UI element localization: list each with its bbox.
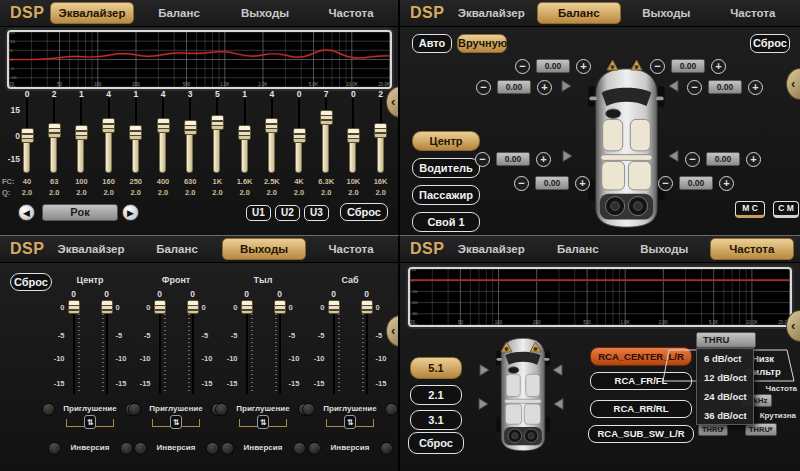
link-channels-button[interactable]: ⇅ (344, 415, 356, 429)
balance-plus-button[interactable]: + (711, 59, 726, 74)
balance-plus-button[interactable]: + (537, 80, 552, 95)
mute-toggle[interactable] (42, 403, 55, 416)
balance-minus-button[interactable]: − (515, 59, 530, 74)
preset-prev-button[interactable]: ◀ (18, 204, 35, 221)
slope-dropdown-option[interactable]: 6 dB/oct (697, 349, 753, 368)
balance-minus-button[interactable]: − (650, 59, 665, 74)
eq-slider-handle[interactable] (184, 120, 197, 135)
tab-frequency[interactable]: Частота (710, 238, 795, 260)
eq-slider-handle[interactable] (347, 128, 360, 143)
slope-dropdown-selected[interactable]: THRU (696, 332, 756, 348)
rca-button-4[interactable]: RCA_SUB_SW_L/R (588, 425, 694, 443)
tab-equalizer[interactable]: Эквалайзер (450, 2, 533, 24)
invert-toggle[interactable] (206, 442, 219, 455)
tab-frequency[interactable]: Частота (310, 2, 392, 24)
memory-button-u3[interactable]: U3 (304, 205, 329, 221)
output-slider-handle[interactable] (68, 300, 80, 314)
eq-slider-handle[interactable] (320, 110, 333, 125)
tab-balance[interactable]: Баланс (138, 2, 220, 24)
balance-minus-button[interactable]: − (475, 152, 490, 167)
tab-outputs[interactable]: Выходы (625, 2, 708, 24)
balance-preset-3[interactable]: Пассажир (412, 185, 480, 205)
tab-outputs[interactable]: Выходы (222, 238, 306, 260)
slope-dropdown-option[interactable]: 36 dB/oct (697, 406, 753, 425)
balance-plus-button[interactable]: + (576, 59, 591, 74)
balance-minus-button[interactable]: − (685, 152, 700, 167)
tab-balance[interactable]: Баланс (136, 238, 218, 260)
edge-handle[interactable]: ‹ (786, 68, 800, 100)
tab-outputs[interactable]: Выходы (224, 2, 306, 24)
mode-button-5-1[interactable]: 5.1 (410, 357, 462, 379)
output-slider-handle[interactable] (101, 300, 113, 314)
output-slider-handle[interactable] (328, 300, 340, 314)
invert-toggle[interactable] (380, 442, 393, 455)
eq-slider-handle[interactable] (374, 123, 387, 138)
tab-balance[interactable]: Баланс (537, 2, 622, 24)
balance-auto-button[interactable]: Авто (412, 34, 452, 53)
tab-balance[interactable]: Баланс (537, 238, 620, 260)
mode-button-3-1[interactable]: 3.1 (410, 410, 462, 430)
balance-minus-button[interactable]: − (514, 176, 529, 191)
balance-plus-button[interactable]: + (536, 152, 551, 167)
balance-plus-button[interactable]: + (719, 176, 734, 191)
eq-slider-handle[interactable] (265, 118, 278, 133)
balance-minus-button[interactable]: − (687, 80, 702, 95)
mute-toggle[interactable] (385, 403, 398, 416)
tab-frequency[interactable]: Частота (310, 238, 392, 260)
mute-toggle[interactable] (302, 403, 315, 416)
balance-preset-1[interactable]: Центр (412, 131, 480, 151)
eq-slider-handle[interactable] (238, 125, 251, 140)
invert-toggle[interactable] (120, 442, 133, 455)
eq-slider-handle[interactable] (48, 123, 61, 138)
eq-slider-handle[interactable] (157, 118, 170, 133)
balance-minus-button[interactable]: − (658, 176, 673, 191)
mute-toggle[interactable] (128, 403, 141, 416)
cm-button[interactable]: C M (773, 201, 799, 218)
balance-preset-4[interactable]: Свой 1 (412, 212, 480, 232)
eq-slider-handle[interactable] (102, 118, 115, 133)
eq-slider-handle[interactable] (293, 128, 306, 143)
mc-button[interactable]: M C (735, 201, 765, 218)
output-slider-handle[interactable] (241, 300, 253, 314)
output-scale-label: -15 (132, 379, 151, 388)
balance-reset-button[interactable]: Сброс (750, 34, 790, 53)
output-slider-handle[interactable] (274, 300, 286, 314)
balance-plus-button[interactable]: + (575, 176, 590, 191)
mute-toggle[interactable] (215, 403, 228, 416)
chevron-down-icon: ▼ (768, 424, 774, 435)
balance-manual-button[interactable]: Вручную (457, 34, 507, 53)
invert-toggle[interactable] (293, 442, 306, 455)
crossover-reset-button[interactable]: Сброс (408, 432, 464, 454)
preset-next-button[interactable]: ▶ (122, 204, 139, 221)
link-channels-button[interactable]: ⇅ (257, 415, 269, 429)
rca-button-3[interactable]: RCA_RR/RL (590, 400, 692, 418)
output-slider-handle[interactable] (154, 300, 166, 314)
slope-dropdown-option[interactable]: 24 dB/oct (697, 387, 753, 406)
tab-frequency[interactable]: Частота (712, 2, 795, 24)
output-slider-handle[interactable] (361, 300, 373, 314)
balance-plus-button[interactable]: + (748, 80, 763, 95)
outputs-reset-button[interactable]: Сброс (10, 273, 52, 291)
balance-preset-2[interactable]: Водитель (412, 158, 480, 178)
link-channels-button[interactable]: ⇅ (170, 415, 182, 429)
slope-dropdown-option[interactable]: 12 dB/oct (697, 368, 753, 387)
link-channels-button[interactable]: ⇅ (84, 415, 96, 429)
memory-button-u2[interactable]: U2 (275, 205, 300, 221)
speaker-icon (478, 363, 490, 381)
mode-button-2-1[interactable]: 2.1 (410, 385, 462, 405)
memory-button-u1[interactable]: U1 (246, 205, 271, 221)
eq-slider-handle[interactable] (75, 125, 88, 140)
eq-reset-button[interactable]: Сброс (340, 203, 388, 221)
eq-slider-handle[interactable] (21, 128, 34, 143)
eq-slider-handle[interactable] (211, 115, 224, 130)
output-slider-handle[interactable] (187, 300, 199, 314)
tab-equalizer[interactable]: Эквалайзер (50, 238, 132, 260)
tab-outputs[interactable]: Выходы (623, 238, 706, 260)
tab-equalizer[interactable]: Эквалайзер (450, 238, 533, 260)
eq-slider-handle[interactable] (129, 125, 142, 140)
tab-equalizer[interactable]: Эквалайзер (50, 2, 134, 24)
edge-handle[interactable]: ‹ (386, 315, 400, 347)
preset-display[interactable]: Рок (42, 204, 118, 221)
balance-minus-button[interactable]: − (476, 80, 491, 95)
balance-plus-button[interactable]: + (746, 152, 761, 167)
